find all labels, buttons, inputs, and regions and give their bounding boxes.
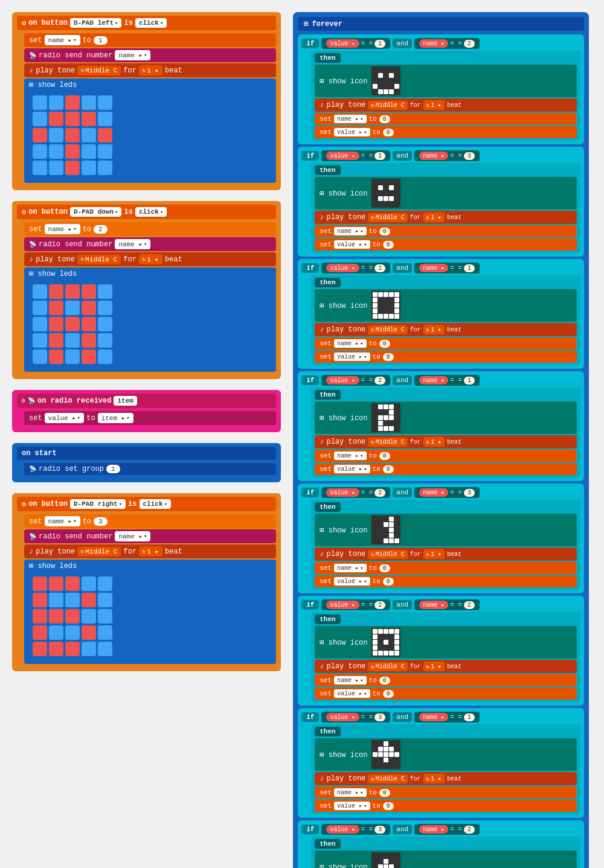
on-button-left-header[interactable]: ⚙ on button D-PAD left is click bbox=[17, 16, 276, 30]
if-header-2: if value ▸ = = 1 and name ▸ = = 1 bbox=[301, 263, 580, 273]
play-tone-1-block[interactable]: ♪ play tone ↻ Middle C for ↻ 1 ▸ beat bbox=[24, 63, 276, 77]
left-block-body: set name ▸ to 1 📡 radio send number name… bbox=[24, 32, 276, 184]
play-tone-forever-5[interactable]: ♪ play tone ↻ Middle C for ↻ 1 ▸ beat bbox=[315, 660, 577, 673]
middle-c-drop-1[interactable]: ↻ Middle C bbox=[77, 66, 121, 75]
radio-icon-2: 📡 bbox=[29, 241, 36, 248]
if-header-0: if value ▸ = = 1 and name ▸ = = 2 bbox=[301, 38, 580, 49]
play-tone-forever-6[interactable]: ♪ play tone ↻ Middle C for ↻ 1 ▸ beat bbox=[315, 772, 577, 785]
if-block-7: if value ▸ = = 3 and name ▸ = = 2 then bbox=[298, 820, 584, 868]
icon-preview-1 bbox=[371, 179, 400, 208]
then-body-6: ⊞ show icon ♪ play tone bbox=[315, 738, 577, 812]
show-icon-1[interactable]: ⊞ show icon bbox=[315, 177, 577, 209]
name-drop-1[interactable]: name ▸ bbox=[45, 35, 80, 45]
left-panel: ⚙ on button D-PAD left is click set name… bbox=[6, 6, 287, 868]
radio-send-3-block[interactable]: 📡 radio send number name ▸ bbox=[24, 529, 276, 543]
item-drop[interactable]: item ▸ bbox=[98, 413, 133, 423]
icon-preview-6 bbox=[371, 740, 400, 769]
if-block-3: if value ▸ = = 2 and name ▸ = = 1 then bbox=[298, 371, 584, 481]
middle-c-drop-2[interactable]: ↻ Middle C bbox=[77, 255, 121, 264]
set-value-block[interactable]: set value ▸ to item ▸ bbox=[24, 411, 276, 425]
show-icon-0[interactable]: ⊞ show icon bbox=[315, 65, 577, 97]
then-section-0: then ⊞ show icon bbox=[311, 51, 580, 141]
play-tone-forever-3[interactable]: ♪ play tone ↻ Middle C for ↻ 1 ▸ beat bbox=[315, 435, 577, 448]
name-drop-2[interactable]: name ▸ bbox=[45, 224, 80, 234]
icon-preview-5 bbox=[371, 628, 400, 657]
middle-c-drop-3[interactable]: ↻ Middle C bbox=[77, 547, 121, 557]
set-value-then-5[interactable]: set value ▸ to 0 bbox=[315, 688, 577, 700]
name-drop-then-0[interactable]: name ▸ bbox=[334, 115, 366, 123]
on-radio-received-header[interactable]: ⚙ 📡 on radio received item bbox=[17, 394, 276, 408]
set-value-then-6[interactable]: set value ▸ to 0 bbox=[315, 800, 577, 812]
show-leds-1-block[interactable]: ⊞ show leds bbox=[24, 78, 276, 183]
then-section-1: then ⊞ show icon bbox=[311, 163, 580, 253]
radio-icon-4: 📡 bbox=[28, 397, 35, 404]
forever-header[interactable]: ⊞ forever bbox=[298, 17, 584, 31]
set-name-3-block[interactable]: set name ▸ to 3 bbox=[24, 514, 276, 528]
set-name-2-block[interactable]: set name ▸ to 2 bbox=[24, 222, 276, 236]
condition-name-0[interactable]: name ▸ = = 2 bbox=[414, 38, 480, 49]
radio-name-drop-1[interactable]: name ▸ bbox=[115, 50, 150, 60]
then-body-4: ⊞ show icon ♪ play tone bbox=[315, 514, 577, 587]
set-name-then-3[interactable]: set name ▸ to 0 bbox=[315, 450, 577, 462]
set-name-then-4[interactable]: set name ▸ to 0 bbox=[315, 562, 577, 574]
set-name-then-5[interactable]: set name ▸ to 0 bbox=[315, 674, 577, 686]
on-button-left-label: on button bbox=[28, 19, 68, 27]
radio-name-drop-3[interactable]: name ▸ bbox=[115, 531, 150, 541]
condition-name-1[interactable]: name ▸ = = 3 bbox=[414, 150, 480, 161]
beat-drop-2[interactable]: ↻ 1 ▸ bbox=[139, 254, 162, 264]
play-tone-forever-0[interactable]: ♪ play tone ↻ Middle C for ↻ 1 ▸ beat bbox=[315, 98, 577, 112]
value-drop[interactable]: value ▸ bbox=[45, 413, 85, 423]
dpad-left-dropdown[interactable]: D-PAD left bbox=[70, 18, 121, 28]
beat-drop-3[interactable]: ↻ 1 ▸ bbox=[139, 546, 162, 557]
set-name-then-1[interactable]: set name ▸ to 0 bbox=[315, 225, 577, 237]
condition-value-0[interactable]: value ▸ = = 1 bbox=[321, 38, 390, 49]
then-body-1: ⊞ show icon ♪ play tone bbox=[315, 177, 577, 251]
click-dropdown-2[interactable]: click bbox=[135, 207, 167, 217]
condition-value-1[interactable]: value ▸ = = 1 bbox=[321, 150, 390, 161]
show-leds-2-block[interactable]: ⊞ show leds bbox=[24, 267, 276, 372]
radio-send-1-block[interactable]: 📡 radio send number name ▸ bbox=[24, 48, 276, 62]
play-tone-2-block[interactable]: ♪ play tone ↻ Middle C for ↻ 1 ▸ beat bbox=[24, 252, 276, 266]
show-icon-6[interactable]: ⊞ show icon bbox=[315, 738, 577, 771]
set-value-then-4[interactable]: set value ▸ to 0 bbox=[315, 575, 577, 587]
show-icon-4[interactable]: ⊞ show icon bbox=[315, 514, 577, 546]
forever-label: forever bbox=[312, 20, 342, 28]
on-button-right-header[interactable]: ⚙ on button D-PAD right is click bbox=[17, 497, 276, 511]
set-name-then-2[interactable]: set name ▸ to 0 bbox=[315, 337, 577, 349]
play-tone-forever-1[interactable]: ♪ play tone ↻ Middle C for ↻ 1 ▸ beat bbox=[315, 211, 577, 224]
dpad-right-dropdown[interactable]: D-PAD right bbox=[70, 499, 126, 509]
set-name-then-6[interactable]: set name ▸ to 0 bbox=[315, 787, 577, 799]
play-tone-3-block[interactable]: ♪ play tone ↻ Middle C for ↻ 1 ▸ beat bbox=[24, 544, 276, 558]
show-icon-2[interactable]: ⊞ show icon bbox=[315, 289, 577, 322]
radio-set-group-block[interactable]: 📡 radio set group 1 bbox=[24, 463, 276, 475]
if-header-4: if value ▸ = = 2 and name ▸ = = 3 bbox=[301, 487, 580, 498]
show-icon-5[interactable]: ⊞ show icon bbox=[315, 626, 577, 659]
play-tone-forever-4[interactable]: ♪ play tone ↻ Middle C for ↻ 1 ▸ beat bbox=[315, 547, 577, 561]
set-name-1-block[interactable]: set name ▸ to 1 bbox=[24, 33, 276, 47]
led-grid-1 bbox=[29, 92, 271, 179]
set-name-then-0[interactable]: set name ▸ to 0 bbox=[315, 113, 577, 125]
set-value-then-2[interactable]: set value ▸ to 0 bbox=[315, 351, 577, 363]
beat-drop-1[interactable]: ↻ 1 ▸ bbox=[139, 65, 162, 75]
set-value-then-0[interactable]: set value ▸ to 0 bbox=[315, 126, 577, 138]
click-dropdown[interactable]: click bbox=[135, 18, 167, 28]
click-dropdown-3[interactable]: click bbox=[140, 499, 171, 509]
if-label-0: if bbox=[301, 39, 319, 48]
on-start-header[interactable]: on start bbox=[17, 447, 276, 460]
on-button-down-header[interactable]: ⚙ on button D-PAD down is click bbox=[17, 205, 276, 219]
radio-send-2-block[interactable]: 📡 radio send number name ▸ bbox=[24, 237, 276, 251]
then-section-4: then ⊞ show icon bbox=[311, 500, 580, 590]
value-drop-then-0[interactable]: value ▸ bbox=[334, 128, 370, 136]
set-value-then-1[interactable]: set value ▸ to 0 bbox=[315, 238, 577, 251]
show-icon-3[interactable]: ⊞ show icon bbox=[315, 401, 577, 434]
music-icon-2: ♪ bbox=[29, 255, 33, 264]
led-grid-2 bbox=[29, 281, 271, 368]
icon-preview-4 bbox=[371, 515, 400, 544]
set-value-then-3[interactable]: set value ▸ to 0 bbox=[315, 463, 577, 475]
show-leds-3-block[interactable]: ⊞ show leds bbox=[24, 560, 276, 664]
radio-name-drop-2[interactable]: name ▸ bbox=[115, 239, 150, 249]
show-icon-7[interactable]: ⊞ show icon bbox=[315, 850, 577, 868]
dpad-down-dropdown[interactable]: D-PAD down bbox=[70, 207, 121, 217]
name-drop-3[interactable]: name ▸ bbox=[45, 516, 80, 526]
play-tone-forever-2[interactable]: ♪ play tone ↻ Middle C for ↻ 1 ▸ beat bbox=[315, 323, 577, 336]
